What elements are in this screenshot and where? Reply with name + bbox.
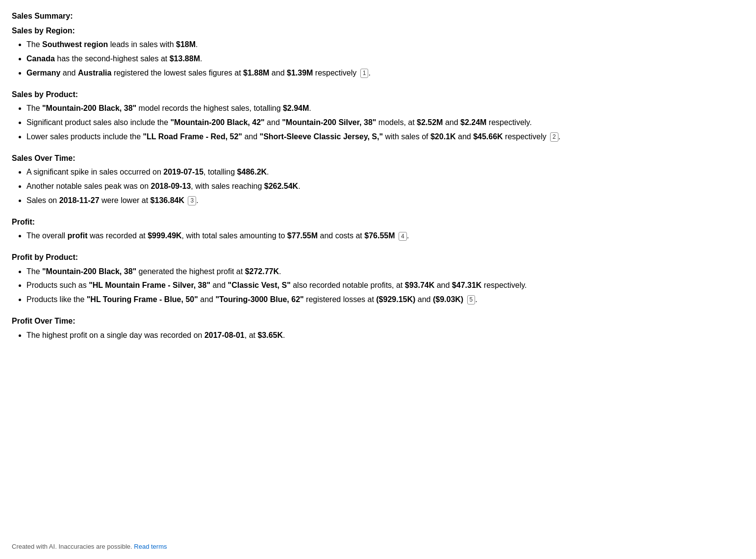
section-list-sales-by-product: The "Mountain-200 Black, 38" model recor… xyxy=(12,102,744,143)
section-heading-profit-by-product: Profit by Product: xyxy=(12,251,744,264)
list-item-time-2: Another notable sales peak was on 2018-0… xyxy=(26,180,744,193)
list-item-region-2: Canada has the second-highest sales at $… xyxy=(26,53,744,65)
list-item-pproduct-3: Products like the "HL Touring Frame - Bl… xyxy=(26,294,744,306)
list-item-region-1: The Southwest region leads in sales with… xyxy=(26,39,744,51)
content-area: Sales by Region:The Southwest region lea… xyxy=(12,25,744,342)
list-item-profit-1: The overall profit was recorded at $999.… xyxy=(26,230,744,242)
list-item-region-3: Germany and Australia registered the low… xyxy=(26,67,744,79)
footnote-ref-1: 1 xyxy=(360,69,369,78)
list-item-ptime-1: The highest profit on a single day was r… xyxy=(26,330,744,342)
list-item-product-2: Significant product sales also include t… xyxy=(26,117,744,129)
list-item-time-3: Sales on 2018-11-27 were lower at $136.8… xyxy=(26,195,744,207)
footnote-ref-4: 4 xyxy=(399,232,407,241)
footnote-ref-3: 3 xyxy=(188,196,196,205)
section-list-sales-over-time: A significant spike in sales occurred on… xyxy=(12,166,744,206)
page-title: Sales Summary: xyxy=(12,10,744,23)
section-heading-profit-over-time: Profit Over Time: xyxy=(12,315,744,328)
footnote-ref-5: 5 xyxy=(467,295,476,305)
section-heading-sales-by-product: Sales by Product: xyxy=(12,88,744,101)
section-heading-sales-over-time: Sales Over Time: xyxy=(12,152,744,165)
list-item-product-3: Lower sales products include the "LL Roa… xyxy=(26,131,744,143)
section-list-profit-by-product: The "Mountain-200 Black, 38" generated t… xyxy=(12,266,744,306)
footnote-ref-2: 2 xyxy=(550,132,558,142)
section-list-profit: The overall profit was recorded at $999.… xyxy=(12,230,744,242)
section-list-profit-over-time: The highest profit on a single day was r… xyxy=(12,330,744,342)
list-item-product-1: The "Mountain-200 Black, 38" model recor… xyxy=(26,102,744,115)
list-item-pproduct-1: The "Mountain-200 Black, 38" generated t… xyxy=(26,266,744,278)
list-item-time-1: A significant spike in sales occurred on… xyxy=(26,166,744,178)
section-heading-profit: Profit: xyxy=(12,216,744,229)
section-list-sales-by-region: The Southwest region leads in sales with… xyxy=(12,39,744,79)
page-container: Sales Summary: Sales by Region:The South… xyxy=(12,10,744,341)
list-item-pproduct-2: Products such as "HL Mountain Frame - Si… xyxy=(26,280,744,292)
section-heading-sales-by-region: Sales by Region: xyxy=(12,25,744,37)
